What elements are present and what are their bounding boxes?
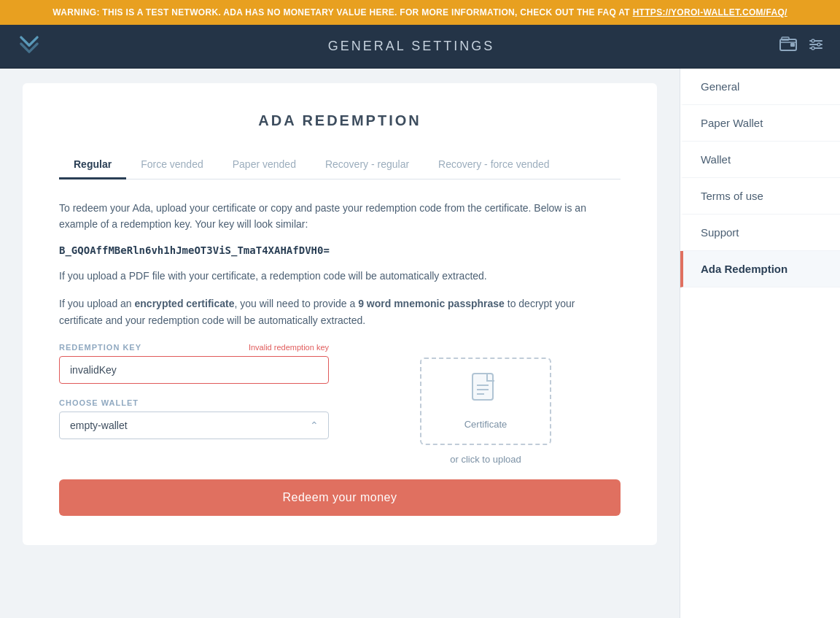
svg-point-8	[812, 47, 814, 50]
form-right: Certificate or click to upload	[351, 343, 621, 465]
form-row: REDEMPTION KEY Invalid redemption key CH…	[59, 343, 621, 465]
ada-redemption-card: ADA REDEMPTION Regular Force vended Pape…	[23, 83, 657, 545]
redeem-button[interactable]: Redeem your money	[59, 479, 621, 516]
page-title: GENERAL SETTINGS	[328, 39, 494, 54]
svg-point-7	[817, 43, 820, 46]
redemption-tabs: Regular Force vended Paper vended Recove…	[59, 151, 621, 179]
desc3-bold1: encrypted certificate	[135, 298, 235, 309]
logo	[15, 29, 44, 63]
certificate-icon	[471, 372, 500, 413]
description-3: If you upload an encrypted certificate, …	[59, 296, 621, 328]
redemption-key-input[interactable]	[59, 356, 329, 384]
code-example: B_GQOAffMBeRln6vh1hJmeOT3ViS_TmaT4XAHAfD…	[59, 244, 621, 256]
certificate-label: Certificate	[464, 419, 508, 430]
svg-rect-9	[472, 374, 493, 400]
settings-sidebar: General Paper Wallet Wallet Terms of use…	[680, 69, 840, 618]
description-2: If you upload a PDF file with your certi…	[59, 268, 621, 284]
tab-force-vended[interactable]: Force vended	[126, 151, 218, 179]
tab-recovery-regular[interactable]: Recovery - regular	[311, 151, 424, 179]
sidebar-item-general[interactable]: General	[680, 69, 840, 105]
sidebar-item-ada-redemption[interactable]: Ada Redemption	[680, 251, 840, 287]
logo-icon	[15, 29, 44, 63]
tab-recovery-force[interactable]: Recovery - force vended	[424, 151, 564, 179]
redemption-key-label: REDEMPTION KEY	[59, 343, 141, 352]
choose-wallet-label: CHOOSE WALLET	[59, 398, 329, 407]
sidebar-item-paper-wallet[interactable]: Paper Wallet	[680, 105, 840, 142]
svg-rect-1	[790, 43, 795, 47]
warning-banner: WARNING: THIS IS A TEST NETWORK. ADA HAS…	[0, 0, 840, 25]
redemption-key-error: Invalid redemption key	[249, 343, 329, 352]
main-layout: ADA REDEMPTION Regular Force vended Pape…	[0, 69, 840, 618]
redemption-key-label-row: REDEMPTION KEY Invalid redemption key	[59, 343, 329, 352]
svg-point-6	[812, 39, 814, 42]
warning-link[interactable]: HTTPS://YOROI-WALLET.COM/FAQ/	[633, 7, 788, 18]
topnav-icons	[779, 35, 825, 58]
wallet-icon-button[interactable]	[779, 35, 798, 58]
sidebar-item-terms-of-use[interactable]: Terms of use	[680, 178, 840, 215]
sidebar-label-general: General	[701, 80, 739, 93]
desc3-prefix: If you upload an	[59, 298, 135, 309]
tab-paper-vended[interactable]: Paper vended	[218, 151, 311, 179]
wallet-select-wrapper: empty-wallet ⌃	[59, 412, 329, 439]
wallet-select[interactable]: empty-wallet	[59, 412, 329, 439]
sidebar-label-support: Support	[701, 226, 739, 239]
sidebar-item-wallet[interactable]: Wallet	[680, 142, 840, 178]
sidebar-label-terms-of-use: Terms of use	[701, 190, 763, 202]
desc3-mid: , you will need to provide a	[234, 298, 358, 309]
desc3-bold2: 9 word mnemonic passphrase	[358, 298, 505, 309]
topnav: GENERAL SETTINGS	[0, 25, 840, 69]
settings-icon-button[interactable]	[806, 35, 825, 58]
sidebar-label-ada-redemption: Ada Redemption	[701, 263, 788, 275]
warning-text: WARNING: THIS IS A TEST NETWORK. ADA HAS…	[52, 7, 632, 18]
sidebar-item-support[interactable]: Support	[680, 215, 840, 251]
choose-wallet-group: CHOOSE WALLET empty-wallet ⌃	[59, 398, 329, 439]
upload-label: or click to upload	[450, 454, 521, 465]
tab-regular[interactable]: Regular	[59, 151, 126, 179]
form-left: REDEMPTION KEY Invalid redemption key CH…	[59, 343, 329, 465]
sidebar-label-wallet: Wallet	[701, 153, 731, 166]
certificate-upload-box[interactable]: Certificate	[420, 358, 551, 445]
content-area: ADA REDEMPTION Regular Force vended Pape…	[0, 69, 680, 618]
card-title: ADA REDEMPTION	[59, 112, 621, 129]
sidebar-label-paper-wallet: Paper Wallet	[701, 117, 763, 129]
redemption-key-group: REDEMPTION KEY Invalid redemption key	[59, 343, 329, 384]
description-1: To redeem your Ada, upload your certific…	[59, 200, 621, 233]
